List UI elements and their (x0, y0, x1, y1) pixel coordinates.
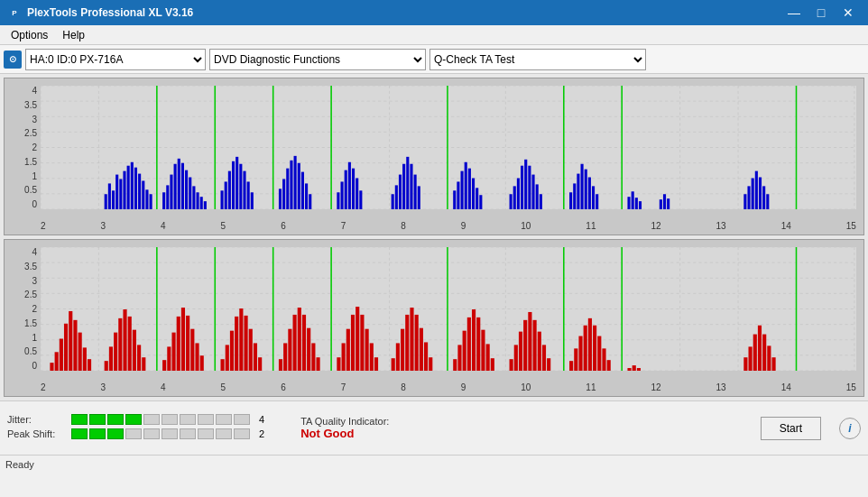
title-bar-controls: — □ ✕ (781, 3, 861, 23)
svg-rect-166 (118, 318, 122, 371)
svg-rect-76 (356, 179, 358, 209)
function-select[interactable]: DVD Diagnostic Functions (209, 49, 426, 70)
jitter-seg-1 (71, 414, 88, 425)
jitter-value: 4 (259, 414, 264, 425)
svg-rect-56 (239, 164, 242, 209)
jitter-seg-6 (162, 414, 178, 425)
svg-rect-196 (298, 308, 301, 371)
menu-options[interactable]: Options (4, 27, 55, 43)
svg-rect-85 (418, 186, 420, 209)
info-button[interactable]: i (839, 418, 861, 439)
svg-rect-155 (60, 339, 63, 371)
bottom-chart-y-axis: 4 3.5 3 2.5 2 1.5 1 0.5 0 (5, 247, 41, 371)
svg-rect-69 (309, 194, 311, 209)
svg-rect-119 (663, 194, 666, 209)
drive-select[interactable]: HA:0 ID:0 PX-716A (25, 49, 206, 70)
svg-rect-240 (569, 361, 573, 371)
svg-rect-25 (108, 183, 111, 209)
svg-rect-229 (491, 358, 494, 371)
peak-seg-3 (107, 428, 124, 439)
svg-rect-236 (538, 332, 541, 371)
menu-help[interactable]: Help (55, 27, 92, 43)
svg-rect-160 (83, 347, 87, 371)
start-button[interactable]: Start (761, 417, 821, 440)
close-button[interactable]: ✕ (836, 3, 861, 23)
peak-seg-6 (162, 428, 178, 439)
svg-rect-38 (162, 192, 165, 209)
test-select[interactable]: Q-Check TA Test (429, 49, 646, 70)
svg-rect-189 (254, 343, 257, 371)
svg-rect-244 (588, 318, 592, 371)
svg-rect-159 (78, 333, 82, 371)
top-chart-svg (41, 86, 856, 209)
svg-rect-252 (637, 368, 641, 371)
svg-rect-221 (453, 359, 457, 371)
svg-rect-26 (112, 190, 115, 209)
status-text: Ready (5, 459, 34, 470)
ta-quality-value: Not Good (300, 427, 389, 440)
svg-rect-215 (410, 308, 413, 371)
svg-rect-103 (540, 194, 542, 209)
peak-seg-1 (71, 428, 88, 439)
svg-rect-49 (204, 201, 207, 209)
jitter-seg-5 (143, 414, 160, 425)
svg-rect-42 (178, 159, 180, 209)
jitter-seg-9 (216, 414, 232, 425)
svg-rect-178 (190, 329, 194, 371)
svg-rect-36 (150, 194, 152, 209)
svg-rect-51 (221, 190, 224, 209)
svg-rect-106 (573, 183, 576, 209)
svg-rect-63 (286, 169, 289, 209)
svg-rect-46 (192, 186, 195, 209)
svg-rect-183 (226, 345, 229, 371)
svg-rect-96 (513, 186, 516, 209)
svg-rect-57 (243, 171, 245, 209)
meters-section: Jitter: 4 Peak Shift: (7, 414, 264, 443)
svg-rect-224 (467, 318, 471, 371)
minimize-button[interactable]: — (781, 3, 807, 23)
svg-rect-255 (753, 335, 757, 371)
svg-rect-105 (569, 192, 572, 209)
jitter-row: Jitter: 4 (7, 414, 264, 425)
svg-rect-89 (461, 171, 464, 209)
svg-rect-115 (632, 191, 634, 209)
svg-rect-228 (486, 344, 490, 371)
svg-rect-154 (55, 352, 59, 371)
jitter-seg-10 (234, 414, 250, 425)
svg-rect-242 (578, 336, 582, 371)
svg-rect-27 (115, 175, 118, 209)
svg-rect-205 (351, 315, 355, 371)
svg-rect-75 (352, 169, 355, 209)
svg-rect-62 (282, 179, 285, 209)
svg-rect-68 (305, 183, 308, 209)
maximize-button[interactable]: □ (808, 3, 834, 23)
bottom-controls: Jitter: 4 Peak Shift: (0, 400, 868, 455)
svg-rect-102 (536, 184, 539, 209)
peak-seg-9 (216, 428, 232, 439)
svg-rect-108 (581, 164, 584, 209)
svg-rect-59 (251, 192, 254, 209)
svg-rect-219 (429, 357, 432, 371)
svg-rect-195 (293, 315, 297, 371)
svg-rect-238 (547, 358, 550, 371)
svg-rect-167 (123, 309, 126, 371)
svg-rect-32 (134, 168, 137, 209)
svg-rect-234 (528, 312, 531, 371)
peak-seg-5 (143, 428, 160, 439)
svg-rect-157 (69, 311, 72, 371)
svg-rect-216 (415, 315, 419, 371)
svg-rect-74 (348, 162, 351, 209)
svg-rect-158 (73, 320, 77, 371)
svg-rect-48 (200, 197, 203, 209)
svg-rect-206 (356, 307, 359, 371)
svg-rect-121 (743, 194, 746, 209)
svg-rect-91 (468, 169, 471, 209)
svg-rect-116 (635, 198, 638, 209)
svg-rect-100 (528, 166, 531, 209)
drive-icon: ⊙ (4, 51, 22, 69)
svg-rect-235 (533, 320, 537, 371)
app-icon: P (7, 5, 22, 20)
svg-rect-184 (230, 331, 234, 371)
svg-rect-175 (177, 317, 180, 371)
svg-rect-227 (481, 330, 485, 371)
